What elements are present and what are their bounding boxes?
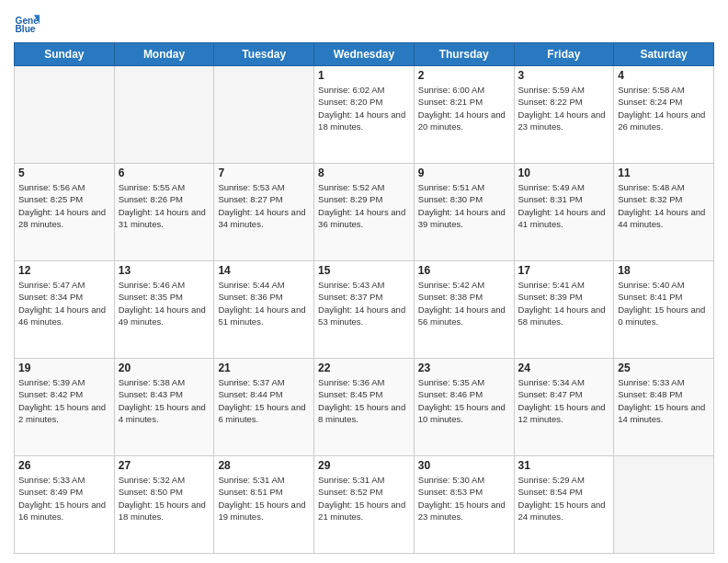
weekday-header-row: SundayMondayTuesdayWednesdayThursdayFrid…	[15, 43, 714, 66]
day-number: 3	[518, 69, 610, 82]
day-number: 28	[218, 459, 310, 472]
day-number: 12	[18, 264, 110, 277]
day-number: 11	[618, 167, 710, 179]
calendar-cell: 28Sunrise: 5:31 AM Sunset: 8:51 PM Dayli…	[214, 456, 314, 554]
calendar-cell: 29Sunrise: 5:31 AM Sunset: 8:52 PM Dayli…	[314, 456, 415, 554]
calendar-cell: 23Sunrise: 5:35 AM Sunset: 8:46 PM Dayli…	[414, 359, 514, 456]
day-info: Sunrise: 5:55 AM Sunset: 8:26 PM Dayligh…	[119, 181, 210, 230]
day-info: Sunrise: 5:33 AM Sunset: 8:48 PM Dayligh…	[618, 376, 710, 425]
day-info: Sunrise: 5:43 AM Sunset: 8:37 PM Dayligh…	[318, 279, 410, 327]
weekday-header-tuesday: Tuesday	[214, 43, 314, 66]
calendar-cell	[214, 66, 314, 164]
day-number: 30	[418, 459, 510, 472]
calendar-table: SundayMondayTuesdayWednesdayThursdayFrid…	[14, 42, 714, 554]
day-number: 9	[418, 167, 510, 179]
day-number: 31	[518, 459, 610, 472]
calendar-cell: 3Sunrise: 5:59 AM Sunset: 8:22 PM Daylig…	[514, 66, 614, 164]
day-info: Sunrise: 5:35 AM Sunset: 8:46 PM Dayligh…	[418, 376, 510, 425]
day-number: 25	[618, 362, 710, 374]
day-number: 5	[18, 167, 110, 179]
weekday-header-saturday: Saturday	[614, 43, 714, 66]
page: General Blue SundayMondayTuesdayWednesda…	[0, 0, 728, 563]
calendar-cell: 12Sunrise: 5:47 AM Sunset: 8:34 PM Dayli…	[15, 261, 115, 359]
day-number: 21	[218, 362, 310, 374]
calendar-cell: 21Sunrise: 5:37 AM Sunset: 8:44 PM Dayli…	[214, 359, 314, 456]
day-info: Sunrise: 5:48 AM Sunset: 8:32 PM Dayligh…	[618, 181, 710, 230]
calendar-cell: 7Sunrise: 5:53 AM Sunset: 8:27 PM Daylig…	[214, 164, 314, 261]
day-info: Sunrise: 5:34 AM Sunset: 8:47 PM Dayligh…	[518, 376, 610, 425]
day-info: Sunrise: 5:40 AM Sunset: 8:41 PM Dayligh…	[618, 279, 710, 327]
calendar-cell	[15, 66, 115, 164]
calendar-cell: 19Sunrise: 5:39 AM Sunset: 8:42 PM Dayli…	[15, 359, 115, 456]
calendar-cell: 10Sunrise: 5:49 AM Sunset: 8:31 PM Dayli…	[514, 164, 614, 261]
day-info: Sunrise: 5:31 AM Sunset: 8:52 PM Dayligh…	[318, 474, 410, 523]
day-number: 20	[119, 362, 210, 374]
calendar-week-3: 12Sunrise: 5:47 AM Sunset: 8:34 PM Dayli…	[15, 261, 714, 359]
day-number: 19	[18, 362, 110, 374]
calendar-cell: 27Sunrise: 5:32 AM Sunset: 8:50 PM Dayli…	[114, 456, 214, 554]
calendar-cell: 20Sunrise: 5:38 AM Sunset: 8:43 PM Dayli…	[114, 359, 214, 456]
day-number: 13	[119, 264, 210, 277]
day-number: 24	[518, 362, 610, 374]
day-number: 2	[418, 69, 510, 82]
day-info: Sunrise: 5:30 AM Sunset: 8:53 PM Dayligh…	[418, 474, 510, 523]
day-info: Sunrise: 5:42 AM Sunset: 8:38 PM Dayligh…	[418, 279, 510, 327]
day-info: Sunrise: 5:29 AM Sunset: 8:54 PM Dayligh…	[518, 474, 610, 523]
day-number: 17	[518, 264, 610, 277]
logo-icon: General Blue	[14, 9, 40, 35]
calendar-cell: 11Sunrise: 5:48 AM Sunset: 8:32 PM Dayli…	[614, 164, 714, 261]
day-info: Sunrise: 5:41 AM Sunset: 8:39 PM Dayligh…	[518, 279, 610, 327]
day-number: 29	[318, 459, 410, 472]
calendar-week-4: 19Sunrise: 5:39 AM Sunset: 8:42 PM Dayli…	[15, 359, 714, 456]
calendar-cell: 30Sunrise: 5:30 AM Sunset: 8:53 PM Dayli…	[414, 456, 514, 554]
day-info: Sunrise: 5:44 AM Sunset: 8:36 PM Dayligh…	[218, 279, 310, 327]
header: General Blue	[14, 9, 714, 35]
day-info: Sunrise: 5:31 AM Sunset: 8:51 PM Dayligh…	[218, 474, 310, 523]
day-info: Sunrise: 5:33 AM Sunset: 8:49 PM Dayligh…	[18, 474, 110, 523]
weekday-header-friday: Friday	[514, 43, 614, 66]
day-info: Sunrise: 5:39 AM Sunset: 8:42 PM Dayligh…	[18, 376, 110, 425]
day-number: 23	[418, 362, 510, 374]
calendar-body: 1Sunrise: 6:02 AM Sunset: 8:20 PM Daylig…	[15, 66, 714, 554]
day-info: Sunrise: 5:53 AM Sunset: 8:27 PM Dayligh…	[218, 181, 310, 230]
calendar-cell: 1Sunrise: 6:02 AM Sunset: 8:20 PM Daylig…	[314, 66, 415, 164]
calendar-week-1: 1Sunrise: 6:02 AM Sunset: 8:20 PM Daylig…	[15, 66, 714, 164]
day-info: Sunrise: 6:02 AM Sunset: 8:20 PM Dayligh…	[318, 84, 410, 132]
svg-text:Blue: Blue	[16, 24, 36, 34]
day-number: 10	[518, 167, 610, 179]
calendar-cell: 17Sunrise: 5:41 AM Sunset: 8:39 PM Dayli…	[514, 261, 614, 359]
calendar-cell: 16Sunrise: 5:42 AM Sunset: 8:38 PM Dayli…	[414, 261, 514, 359]
day-info: Sunrise: 5:32 AM Sunset: 8:50 PM Dayligh…	[119, 474, 210, 523]
calendar-cell: 26Sunrise: 5:33 AM Sunset: 8:49 PM Dayli…	[15, 456, 115, 554]
calendar-cell: 25Sunrise: 5:33 AM Sunset: 8:48 PM Dayli…	[614, 359, 714, 456]
day-number: 26	[18, 459, 110, 472]
calendar-cell: 9Sunrise: 5:51 AM Sunset: 8:30 PM Daylig…	[414, 164, 514, 261]
calendar-cell: 18Sunrise: 5:40 AM Sunset: 8:41 PM Dayli…	[614, 261, 714, 359]
day-number: 18	[618, 264, 710, 277]
calendar-cell: 15Sunrise: 5:43 AM Sunset: 8:37 PM Dayli…	[314, 261, 415, 359]
calendar-cell: 14Sunrise: 5:44 AM Sunset: 8:36 PM Dayli…	[214, 261, 314, 359]
day-info: Sunrise: 6:00 AM Sunset: 8:21 PM Dayligh…	[418, 84, 510, 132]
day-number: 1	[318, 69, 410, 82]
weekday-header-monday: Monday	[114, 43, 214, 66]
day-info: Sunrise: 5:47 AM Sunset: 8:34 PM Dayligh…	[18, 279, 110, 327]
calendar-cell: 13Sunrise: 5:46 AM Sunset: 8:35 PM Dayli…	[114, 261, 214, 359]
calendar-cell: 31Sunrise: 5:29 AM Sunset: 8:54 PM Dayli…	[514, 456, 614, 554]
day-info: Sunrise: 5:36 AM Sunset: 8:45 PM Dayligh…	[318, 376, 410, 425]
day-number: 6	[119, 167, 210, 179]
day-info: Sunrise: 5:59 AM Sunset: 8:22 PM Dayligh…	[518, 84, 610, 132]
day-number: 16	[418, 264, 510, 277]
day-number: 8	[318, 167, 410, 179]
calendar-cell: 24Sunrise: 5:34 AM Sunset: 8:47 PM Dayli…	[514, 359, 614, 456]
calendar-cell: 8Sunrise: 5:52 AM Sunset: 8:29 PM Daylig…	[314, 164, 415, 261]
day-number: 7	[218, 167, 310, 179]
day-info: Sunrise: 5:37 AM Sunset: 8:44 PM Dayligh…	[218, 376, 310, 425]
weekday-header-wednesday: Wednesday	[314, 43, 415, 66]
day-info: Sunrise: 5:46 AM Sunset: 8:35 PM Dayligh…	[119, 279, 210, 327]
day-number: 15	[318, 264, 410, 277]
calendar-cell	[614, 456, 714, 554]
day-info: Sunrise: 5:56 AM Sunset: 8:25 PM Dayligh…	[18, 181, 110, 230]
day-info: Sunrise: 5:38 AM Sunset: 8:43 PM Dayligh…	[119, 376, 210, 425]
logo: General Blue	[14, 9, 41, 35]
day-info: Sunrise: 5:58 AM Sunset: 8:24 PM Dayligh…	[618, 84, 710, 132]
